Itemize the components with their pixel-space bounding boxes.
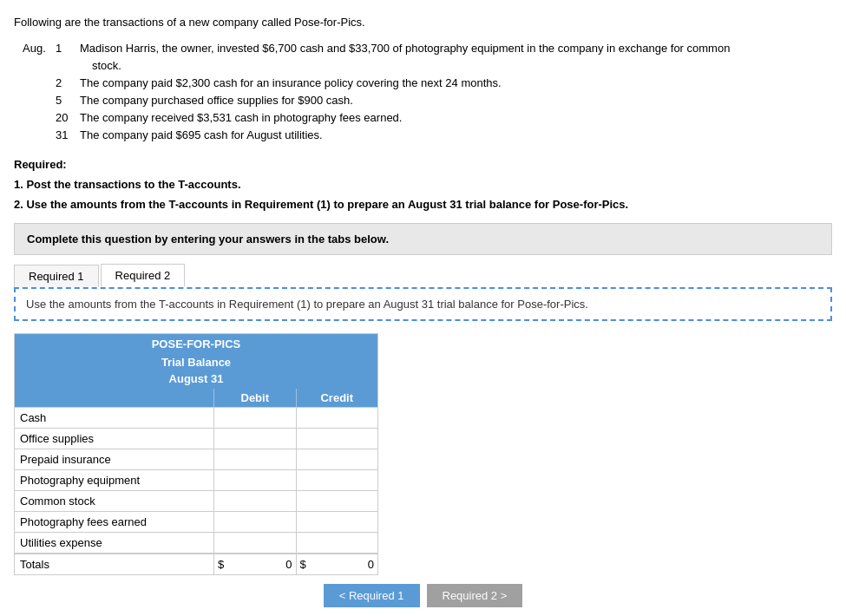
prev-button[interactable]: < Required 1 bbox=[324, 584, 420, 607]
required-section: Required: 1. Post the transactions to th… bbox=[14, 156, 832, 213]
totals-debit-cell[interactable]: $ bbox=[214, 554, 297, 574]
row-label-prepaid-insurance: Prepaid insurance bbox=[15, 449, 214, 469]
table-row: Photography equipment bbox=[15, 469, 377, 490]
photography-fees-credit-cell[interactable] bbox=[297, 512, 378, 532]
office-supplies-credit-cell[interactable] bbox=[297, 429, 378, 449]
utilities-credit-input[interactable] bbox=[297, 533, 378, 553]
transaction-5: The company paid $695 cash for August ut… bbox=[80, 127, 323, 144]
instruction-text: Complete this question by entering your … bbox=[27, 233, 389, 246]
office-supplies-credit-input[interactable] bbox=[297, 429, 378, 449]
table-row: Utilities expense bbox=[15, 532, 377, 553]
required-item1: 1. Post the transactions to the T-accoun… bbox=[14, 178, 241, 191]
row-label-photography-fees: Photography fees earned bbox=[15, 512, 214, 532]
office-supplies-debit-cell[interactable] bbox=[214, 429, 297, 449]
totals-credit-cell[interactable]: $ bbox=[297, 554, 378, 574]
photography-equipment-debit-cell[interactable] bbox=[214, 470, 297, 490]
tb-column-headers: Debit Credit bbox=[15, 389, 377, 407]
tb-debit-header: Debit bbox=[214, 389, 297, 407]
table-row: Office supplies bbox=[15, 428, 377, 449]
photography-equipment-credit-input[interactable] bbox=[297, 470, 378, 490]
tb-label-col bbox=[15, 389, 214, 407]
next-button[interactable]: Required 2 > bbox=[427, 584, 523, 607]
row-label-utilities-expense: Utilities expense bbox=[15, 533, 214, 553]
transaction-4: The company received $3,531 cash in phot… bbox=[80, 109, 402, 127]
row-label-photography-equipment: Photography equipment bbox=[15, 470, 214, 490]
transactions-block: Aug. 1 Madison Harris, the owner, invest… bbox=[23, 40, 832, 145]
transaction-3: The company purchased office supplies fo… bbox=[80, 92, 353, 109]
totals-row: Totals $ $ bbox=[15, 553, 377, 574]
totals-debit-input[interactable] bbox=[226, 558, 292, 571]
utilities-credit-cell[interactable] bbox=[297, 533, 378, 553]
credit-dollar-sign: $ bbox=[300, 558, 306, 571]
trial-balance-title: Trial Balance bbox=[15, 354, 377, 370]
tabs-row: Required 1 Required 2 bbox=[14, 264, 832, 287]
tab-content-area: Use the amounts from the T-accounts in R… bbox=[14, 287, 832, 321]
tab-content-text: Use the amounts from the T-accounts in R… bbox=[26, 298, 588, 311]
debit-dollar-sign: $ bbox=[218, 558, 224, 571]
table-row: Cash bbox=[15, 407, 377, 428]
cash-credit-cell[interactable] bbox=[297, 408, 378, 428]
transaction-1: Madison Harris, the owner, invested $6,7… bbox=[80, 40, 730, 57]
row-label-common-stock: Common stock bbox=[15, 491, 214, 511]
row-label-office-supplies: Office supplies bbox=[15, 429, 214, 449]
photography-fees-debit-cell[interactable] bbox=[214, 512, 297, 532]
cash-debit-cell[interactable] bbox=[214, 408, 297, 428]
common-stock-debit-input[interactable] bbox=[214, 491, 296, 511]
tb-credit-header: Credit bbox=[297, 389, 378, 407]
utilities-debit-input[interactable] bbox=[214, 533, 296, 553]
common-stock-debit-cell[interactable] bbox=[214, 491, 297, 511]
totals-credit-input[interactable] bbox=[308, 558, 374, 571]
photography-equipment-debit-input[interactable] bbox=[214, 470, 296, 490]
table-row: Photography fees earned bbox=[15, 511, 377, 532]
required-item2: 2. Use the amounts from the T-accounts i… bbox=[14, 198, 628, 211]
required-label: Required: bbox=[14, 158, 67, 171]
table-row: Common stock bbox=[15, 490, 377, 511]
photography-fees-credit-input[interactable] bbox=[297, 512, 378, 532]
common-stock-credit-input[interactable] bbox=[297, 491, 378, 511]
row-label-cash: Cash bbox=[15, 408, 214, 428]
utilities-debit-cell[interactable] bbox=[214, 533, 297, 553]
office-supplies-debit-input[interactable] bbox=[214, 429, 296, 449]
prepaid-insurance-credit-input[interactable] bbox=[297, 449, 378, 469]
tab-required2[interactable]: Required 2 bbox=[101, 264, 186, 287]
trial-balance-table: POSE-FOR-PICS Trial Balance August 31 De… bbox=[14, 333, 378, 575]
tab-required1[interactable]: Required 1 bbox=[14, 265, 99, 287]
cash-credit-input[interactable] bbox=[297, 408, 378, 428]
trial-balance-company: POSE-FOR-PICS bbox=[15, 334, 377, 354]
table-row: Prepaid insurance bbox=[15, 449, 377, 469]
prepaid-insurance-debit-input[interactable] bbox=[214, 449, 296, 469]
prepaid-insurance-debit-cell[interactable] bbox=[214, 449, 297, 469]
tab-required1-label: Required 1 bbox=[29, 270, 84, 283]
aug-month-label: Aug. bbox=[23, 40, 56, 57]
next-button-label: Required 2 > bbox=[443, 589, 508, 602]
transaction-1b: stock. bbox=[92, 59, 121, 72]
trial-balance-date: August 31 bbox=[15, 370, 377, 389]
totals-label: Totals bbox=[15, 554, 214, 574]
photography-fees-debit-input[interactable] bbox=[214, 512, 296, 532]
bottom-nav: < Required 1 Required 2 > bbox=[14, 584, 832, 607]
instruction-box: Complete this question by entering your … bbox=[14, 223, 832, 255]
day-1: 1 bbox=[56, 40, 80, 57]
common-stock-credit-cell[interactable] bbox=[297, 491, 378, 511]
photography-equipment-credit-cell[interactable] bbox=[297, 470, 378, 490]
tab-required2-label: Required 2 bbox=[115, 269, 171, 282]
prev-button-label: < Required 1 bbox=[339, 589, 404, 602]
transaction-2: The company paid $2,300 cash for an insu… bbox=[80, 75, 502, 92]
intro-opening: Following are the transactions of a new … bbox=[14, 14, 832, 31]
cash-debit-input[interactable] bbox=[214, 408, 296, 428]
prepaid-insurance-credit-cell[interactable] bbox=[297, 449, 378, 469]
